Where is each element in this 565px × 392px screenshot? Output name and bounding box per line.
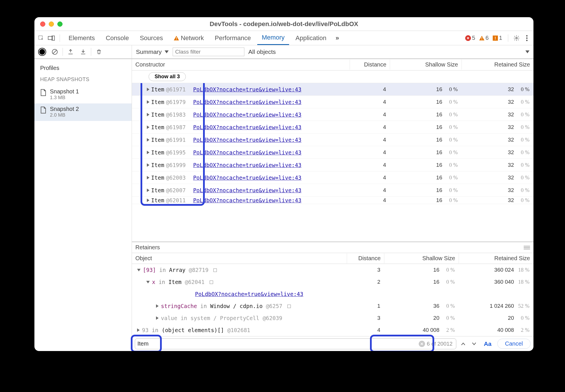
errors-counter[interactable]: ✕ 5 [465,35,475,41]
source-link[interactable]: PoLdbOX?nocache=true&view=live:43 [193,86,301,93]
object-row[interactable]: Item @61983 PoLdbOX?nocache=true&view=li… [132,108,533,121]
tab-memory[interactable]: Memory [257,31,289,45]
retainer-row[interactable]: [93] in Array @82719 3 160 % 360 02418 % [132,264,533,276]
distance-cell: 2 [347,279,384,285]
col-retained[interactable]: Retained Size [459,253,533,263]
col-shallow[interactable]: Shallow Size [390,60,462,70]
record-button[interactable] [37,47,47,57]
retainer-row[interactable]: 93 in (object elements)[] @102681 4 40 0… [132,324,533,336]
tab-network[interactable]: Network [169,32,209,45]
search-bar: ✕ 6 of 20012 Aa Cancel [132,336,533,351]
tab-console[interactable]: Console [101,32,134,45]
show-all-button[interactable]: Show all 3 [149,72,186,81]
object-row[interactable]: Item @61971 PoLdbOX?nocache=true&view=li… [132,83,533,96]
disclosure-icon[interactable] [147,151,149,154]
retainers-grid-body[interactable]: [93] in Array @82719 3 160 % 360 02418 %… [132,264,533,336]
import-button[interactable] [78,47,88,57]
disclosure-icon[interactable] [146,281,150,283]
disclosure-icon[interactable] [147,126,149,129]
retainers-header: Retainers [132,242,533,253]
object-row[interactable]: Item @62007 PoLdbOX?nocache=true&view=li… [132,184,533,197]
warnings-counter[interactable]: 6 [479,35,489,41]
tab-elements[interactable]: Elements [64,32,100,45]
retainer-row[interactable]: stringCache in Window / cdpn.io @6257 1 … [132,300,533,312]
distance-cell: 3 [347,315,384,321]
col-object[interactable]: Object [132,253,347,263]
disclosure-icon[interactable] [147,88,149,91]
view-select[interactable]: Summary [136,48,169,55]
disclosure-icon[interactable] [147,163,149,167]
source-link[interactable]: PoLdbOX?nocache=true&view=live:43 [193,137,301,143]
object-row[interactable]: Item @61979 PoLdbOX?nocache=true&view=li… [132,96,533,108]
object-row[interactable]: Item @61995 PoLdbOX?nocache=true&view=li… [132,146,533,159]
source-link[interactable]: PoLdbOX?nocache=true&view=live:43 [193,175,301,181]
source-link[interactable]: PoLdbOX?nocache=true&view=live:43 [193,111,301,118]
source-link[interactable]: PoLdbOX?nocache=true&view=live:43 [195,291,303,297]
tab-performance[interactable]: Performance [210,32,256,45]
col-distance[interactable]: Distance [350,60,390,70]
retainer-row[interactable]: x in Item @62041 2 160 % 360 04018 % [132,276,533,288]
disclosure-icon[interactable] [147,138,149,142]
object-name: Item [151,162,164,168]
search-prev-button[interactable] [459,340,467,348]
source-link[interactable]: PoLdbOX?nocache=true&view=live:43 [193,149,301,156]
inspect-icon[interactable] [37,34,45,42]
object-row[interactable]: Item @62003 PoLdbOX?nocache=true&view=li… [132,171,533,184]
svg-point-7 [516,37,517,39]
disclosure-icon[interactable] [147,189,149,192]
minimize-icon[interactable] [49,21,54,27]
tab-sources[interactable]: Sources [135,32,167,45]
class-filter-input[interactable] [173,48,244,56]
svg-rect-3 [176,37,177,39]
object-row[interactable]: Item @61987 PoLdbOX?nocache=true&view=li… [132,121,533,134]
object-row[interactable]: Item @62011 PoLdbOX?nocache=true&view=li… [132,197,533,204]
source-link[interactable]: PoLdbOX?nocache=true&view=live:43 [193,187,301,193]
kebab-icon[interactable] [523,34,531,42]
issues-counter[interactable]: ! 1 [493,35,502,41]
object-row[interactable]: Item @61999 PoLdbOX?nocache=true&view=li… [132,159,533,171]
close-icon[interactable] [40,21,45,27]
snapshot-item[interactable]: Snapshot 1 1.3 MB [34,86,132,103]
tab-application[interactable]: Application [291,32,331,45]
disclosure-icon[interactable] [156,316,159,320]
search-input[interactable] [137,340,419,347]
disclosure-icon[interactable] [137,269,141,271]
zoom-icon[interactable] [57,21,63,27]
device-icon[interactable] [47,34,56,42]
delete-button[interactable] [94,47,104,57]
source-link[interactable]: PoLdbOX?nocache=true&view=live:43 [193,162,301,168]
gear-icon[interactable] [512,34,521,42]
disclosure-icon[interactable] [147,199,149,202]
chevron-down-icon[interactable] [525,50,529,53]
disclosure-icon[interactable] [156,304,159,308]
clear-button[interactable] [50,47,60,57]
disclosure-icon[interactable] [137,328,140,332]
issue-icon: ! [493,36,498,41]
source-link[interactable]: PoLdbOX?nocache=true&view=live:43 [193,197,301,203]
disclosure-icon[interactable] [147,176,149,179]
match-case-button[interactable]: Aa [481,340,494,347]
col-retained[interactable]: Retained Size [462,60,533,70]
drag-handle-icon[interactable] [524,246,530,249]
col-constructor[interactable]: Constructor [132,60,350,70]
export-button[interactable] [66,47,75,57]
more-tabs-icon[interactable]: » [333,32,342,44]
shallow-cell: 360 % [384,303,459,309]
col-shallow[interactable]: Shallow Size [384,253,459,263]
disclosure-icon[interactable] [147,113,149,116]
search-next-button[interactable] [470,340,478,348]
retainer-row[interactable]: value in system / PropertyCell @62039 3 … [132,312,533,324]
clear-icon[interactable]: ✕ [419,341,425,347]
distance-cell: 4 [350,187,390,193]
scope-select[interactable]: All objects [248,48,276,55]
disclosure-icon[interactable] [147,100,149,104]
retainer-row[interactable]: PoLdbOX?nocache=true&view=live:43 [132,288,533,300]
object-row[interactable]: Item @61991 PoLdbOX?nocache=true&view=li… [132,134,533,146]
source-link[interactable]: PoLdbOX?nocache=true&view=live:43 [193,124,301,130]
snapshot-item[interactable]: Snapshot 2 2.0 MB [34,103,132,121]
source-link[interactable]: PoLdbOX?nocache=true&view=live:43 [193,99,301,105]
col-distance[interactable]: Distance [347,253,384,263]
object-id: @61995 [166,149,186,156]
constructor-grid-body[interactable]: Item @61971 PoLdbOX?nocache=true&view=li… [132,83,533,242]
cancel-button[interactable]: Cancel [497,339,531,349]
